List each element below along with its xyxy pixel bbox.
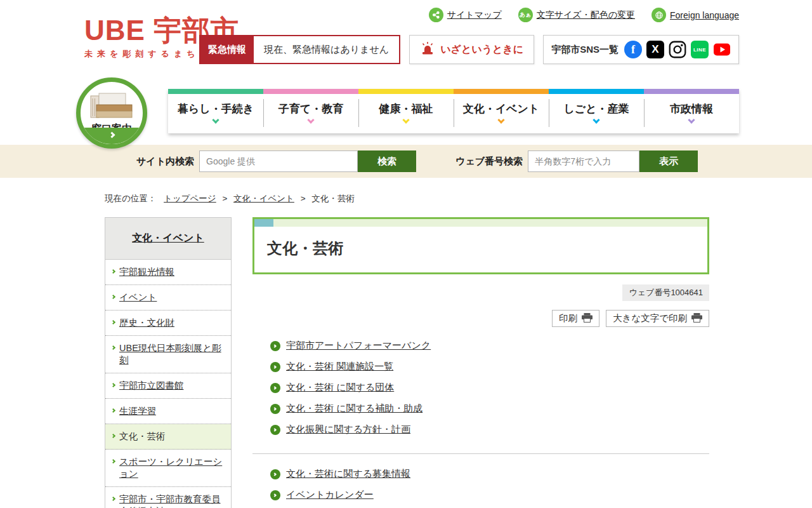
link-text-size[interactable]: あぁ 文字サイズ・配色の変更 <box>518 8 635 22</box>
chevron-right-icon <box>111 497 115 501</box>
nav-item-living[interactable]: 暮らし・手続き <box>168 89 263 133</box>
nav-stripe <box>644 89 739 94</box>
page-title: 文化・芸術 <box>254 227 707 272</box>
sidebar-item-events[interactable]: イベント <box>105 285 231 311</box>
link-facilities[interactable]: 文化・芸術 関連施設一覧 <box>270 361 709 373</box>
siren-icon <box>420 41 435 58</box>
link-policy-plans[interactable]: 文化振興に関する方針・計画 <box>270 424 709 436</box>
link-recruitment-info[interactable]: 文化・芸術に関する募集情報 <box>270 468 709 480</box>
breadcrumb-link-culture[interactable]: 文化・イベント <box>233 194 294 203</box>
sns-list: 宇部市SNS一覧 f X LINE <box>543 35 739 64</box>
nav-item-label: 健康・福祉 <box>379 102 433 116</box>
link-subsidies[interactable]: 文化・芸術 に関する補助・助成 <box>270 403 709 415</box>
link-event-calendar[interactable]: イベントカレンダー <box>270 489 709 501</box>
link-label: Foreign language <box>670 10 739 20</box>
emergency-guide-label: いざというときに <box>440 43 523 57</box>
chevron-right-icon <box>111 434 115 438</box>
print-large-button[interactable]: 大きな文字で印刷 <box>606 310 709 327</box>
nav-item-label: 暮らし・手続き <box>178 102 254 116</box>
arrow-circle-icon <box>270 490 280 500</box>
link-label: サイトマップ <box>447 10 502 21</box>
chevron-down-icon <box>307 116 314 123</box>
chevron-down-icon <box>497 116 504 123</box>
title-strip <box>254 219 707 227</box>
printer-icon <box>691 313 702 324</box>
secondary-link-list: 文化・芸術に関する募集情報 イベントカレンダー <box>270 468 709 501</box>
chevron-right-icon <box>111 459 115 464</box>
search-strip: サイト内検索 検索 ウェブ番号検索 表示 <box>0 145 812 178</box>
nav-item-label: 子育て・教育 <box>278 102 343 116</box>
main-navigation: 暮らし・手続き 子育て・教育 健康・福祉 文化・イベント しごと・産業 <box>0 89 812 145</box>
nav-item-label: 市政情報 <box>670 102 713 116</box>
search-button[interactable]: 検索 <box>358 150 416 172</box>
emergency-label: 緊急情報 <box>200 36 254 63</box>
link-foreign-language[interactable]: Foreign language <box>652 8 739 22</box>
facebook-icon[interactable]: f <box>624 41 642 58</box>
nav-stripe <box>358 89 454 94</box>
youtube-icon[interactable] <box>713 41 731 58</box>
chevron-right-icon <box>111 408 115 413</box>
breadcrumb-separator: > <box>222 194 227 203</box>
emergency-message: 現在、緊急情報はありません <box>254 36 399 63</box>
print-buttons: 印刷 大きな文字で印刷 <box>252 310 709 327</box>
link-organizations[interactable]: 文化・芸術 に関する団体 <box>270 382 709 394</box>
show-button[interactable]: 表示 <box>639 150 698 172</box>
title-tab <box>254 219 273 227</box>
link-sitemap[interactable]: サイトマップ <box>429 8 502 22</box>
printer-icon <box>582 313 593 324</box>
line-icon[interactable]: LINE <box>691 41 709 58</box>
web-number-input[interactable] <box>528 150 639 172</box>
arrow-circle-icon <box>270 425 280 435</box>
sidebar-item-sculpture[interactable]: UBE現代日本彫刻展と彫刻 <box>105 336 231 373</box>
web-number-label: ウェブ番号検索 <box>455 156 523 168</box>
breadcrumb-separator: > <box>301 194 306 203</box>
nav-stripe <box>168 89 263 94</box>
sidebar-item-library[interactable]: 宇部市立図書館 <box>105 373 231 399</box>
web-number-badge: ウェブ番号1004641 <box>622 284 709 301</box>
globe-icon <box>652 8 666 22</box>
content-area: 文化・イベント 宇部観光情報 イベント 歴史・文化財 UBE現代日本彫刻展と彫刻… <box>73 217 739 508</box>
breadcrumb-current: 文化・芸術 <box>311 194 355 203</box>
link-label: 文字サイズ・配色の変更 <box>537 10 635 21</box>
primary-link-list: 宇部市アートパフォーマーバンク 文化・芸術 関連施設一覧 文化・芸術 に関する団… <box>270 340 709 436</box>
sidebar-item-culture-arts[interactable]: 文化・芸術 <box>105 424 231 450</box>
nav-item-work[interactable]: しごと・産業 <box>549 89 644 133</box>
sidebar-item-tourism[interactable]: 宇部観光情報 <box>105 260 231 285</box>
header-second-row: 緊急情報 現在、緊急情報はありません いざというときに 宇部市SNS一覧 f X… <box>199 35 739 64</box>
site-search-input[interactable] <box>199 150 358 172</box>
chevron-down-icon <box>212 116 219 123</box>
nav-item-health[interactable]: 健康・福祉 <box>358 89 454 133</box>
building-icon <box>89 92 134 121</box>
link-art-performer-bank[interactable]: 宇部市アートパフォーマーバンク <box>270 340 709 352</box>
chevron-right-icon <box>81 128 143 144</box>
chevron-down-icon <box>402 116 409 123</box>
chevron-down-icon <box>688 116 695 123</box>
sidebar-item-history[interactable]: 歴史・文化財 <box>105 311 231 336</box>
emergency-banner: 緊急情報 現在、緊急情報はありません <box>199 35 400 64</box>
sidebar-item-lifelong-learning[interactable]: 生涯学習 <box>105 399 231 424</box>
print-button[interactable]: 印刷 <box>552 310 599 327</box>
breadcrumb-link-home[interactable]: トップページ <box>164 194 216 203</box>
sidebar-item-sports[interactable]: スポーツ・レクリエーション <box>105 450 231 487</box>
window-guide-button[interactable]: 窓口案内 <box>76 77 147 149</box>
nav-item-culture[interactable]: 文化・イベント <box>454 89 549 133</box>
site-search-label: サイト内検索 <box>136 156 194 168</box>
nav-item-label: 文化・イベント <box>463 102 540 116</box>
emergency-guide-button[interactable]: いざというときに <box>409 35 534 64</box>
arrow-circle-icon <box>270 362 280 372</box>
sidebar-item-sponsorship[interactable]: 宇部市・宇部市教育委員会後援申請 <box>105 487 231 508</box>
chevron-right-icon <box>111 295 115 299</box>
section-divider <box>252 453 709 454</box>
breadcrumb-label: 現在の位置： <box>105 194 156 203</box>
sidebar-title[interactable]: 文化・イベント <box>105 218 231 260</box>
chevron-right-icon <box>111 320 115 324</box>
nav-stripe <box>549 89 644 94</box>
breadcrumb: 現在の位置： トップページ > 文化・イベント > 文化・芸術 <box>73 178 739 204</box>
nav-item-government[interactable]: 市政情報 <box>644 89 739 133</box>
nav-item-childcare[interactable]: 子育て・教育 <box>263 89 358 133</box>
instagram-icon[interactable] <box>669 41 686 58</box>
chevron-right-icon <box>111 269 115 274</box>
x-twitter-icon[interactable]: X <box>646 41 664 58</box>
nav-bar: 暮らし・手続き 子育て・教育 健康・福祉 文化・イベント しごと・産業 <box>168 89 739 133</box>
text-size-icon: あぁ <box>518 8 533 22</box>
